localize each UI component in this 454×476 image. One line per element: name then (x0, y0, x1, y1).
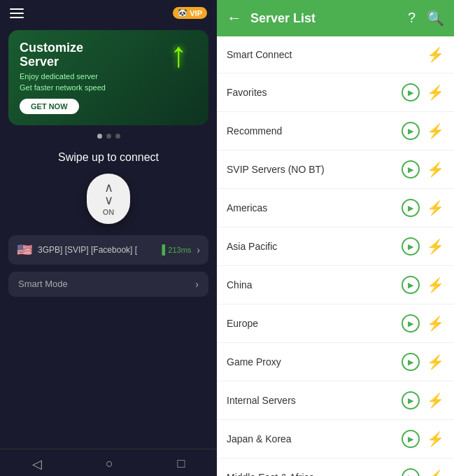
server-item-name: Favorites (227, 87, 402, 98)
bolt-icon[interactable]: ⚡ (427, 354, 444, 370)
customize-server-banner[interactable]: ↑ CustomizeServer Enjoy dedicated server… (8, 30, 208, 125)
toggle-label: ON (103, 208, 115, 216)
search-icon[interactable]: 🔍 (427, 10, 444, 27)
list-item[interactable]: Japan & Korea▶⚡ (217, 420, 454, 458)
play-icon[interactable]: ▶ (402, 430, 420, 448)
bolt-icon[interactable]: ⚡ (427, 469, 444, 476)
back-button[interactable]: ← (227, 9, 242, 27)
play-icon[interactable]: ▶ (402, 237, 420, 255)
list-item[interactable]: Favorites▶⚡ (217, 74, 454, 112)
server-item-icons: ▶⚡ (402, 237, 444, 255)
server-item-icons: ▶⚡ (402, 160, 444, 178)
list-item[interactable]: Europe▶⚡ (217, 304, 454, 343)
signal-bars-icon: ▐ (159, 244, 165, 255)
list-item[interactable]: Americas▶⚡ (217, 189, 454, 227)
server-item-icons: ▶⚡ (402, 391, 444, 410)
list-item[interactable]: Smart Connect⚡ (217, 36, 454, 74)
dot-3 (115, 134, 120, 139)
play-icon[interactable]: ▶ (402, 391, 420, 410)
left-nav-back-icon[interactable]: ◁ (32, 456, 42, 472)
toggle-chevrons-icon: ∧∨ (104, 181, 113, 206)
server-item-name: SVIP Servers (NO BT) (227, 164, 402, 175)
right-wrapper: Smart Connect⚡Favorites▶⚡Recommend▶⚡SVIP… (217, 36, 454, 476)
dot-2 (106, 134, 111, 139)
server-item-name: Japan & Korea (227, 433, 402, 444)
server-item-icons: ▶⚡ (402, 83, 444, 102)
list-item[interactable]: Middle East & Africa▶⚡ (217, 458, 454, 476)
server-item-icons: ▶⚡ (402, 468, 444, 476)
server-list-title: Server List (250, 11, 399, 26)
server-item-icons: ▶⚡ (402, 314, 444, 332)
get-now-button[interactable]: GET NOW (20, 99, 79, 114)
server-item-name: Internal Servers (227, 395, 402, 406)
server-chevron-icon: › (197, 244, 200, 255)
connect-toggle[interactable]: ∧∨ ON (87, 174, 130, 224)
bolt-icon[interactable]: ⚡ (427, 238, 444, 255)
bolt-icon[interactable]: ⚡ (427, 200, 444, 216)
server-item-name: Recommend (227, 125, 402, 136)
right-header: ← Server List ? 🔍 (217, 0, 454, 36)
server-name: 3GPB] [SVIP] [Facebook] [ (38, 245, 153, 255)
bolt-icon[interactable]: ⚡ (427, 430, 444, 447)
list-item[interactable]: China▶⚡ (217, 266, 454, 304)
list-item[interactable]: Recommend▶⚡ (217, 112, 454, 150)
top-bar: 🐼 VIP (0, 0, 217, 26)
server-item-name: Game Proxy (227, 356, 402, 368)
banner-sub1: Enjoy dedicated server (20, 72, 197, 80)
server-item-name: Middle East & Africa (227, 472, 402, 476)
dot-1 (97, 134, 102, 139)
play-icon[interactable]: ▶ (402, 314, 420, 332)
left-nav-recent-icon[interactable]: □ (177, 456, 185, 472)
mode-label: Smart Mode (18, 279, 68, 289)
play-icon[interactable]: ▶ (402, 276, 420, 294)
server-item-name: China (227, 279, 402, 290)
swipe-text: Swipe up to connect (0, 151, 217, 164)
play-icon[interactable]: ▶ (402, 122, 420, 140)
bolt-icon[interactable]: ⚡ (427, 161, 444, 178)
server-selector[interactable]: 🇺🇸 3GPB] [SVIP] [Facebook] [ ▐ 213ms › (8, 235, 208, 265)
left-bottom-nav: ◁ ○ □ (0, 449, 217, 476)
server-item-icons: ▶⚡ (402, 353, 444, 371)
server-item-name: Americas (227, 202, 402, 214)
list-item[interactable]: Game Proxy▶⚡ (217, 343, 454, 382)
banner-dots (0, 134, 217, 139)
left-nav-home-icon[interactable]: ○ (106, 456, 113, 472)
bolt-icon[interactable]: ⚡ (427, 46, 444, 63)
play-icon[interactable]: ▶ (402, 199, 420, 217)
list-item[interactable]: Asia Pacific▶⚡ (217, 227, 454, 266)
server-item-icons: ▶⚡ (402, 276, 444, 294)
play-icon[interactable]: ▶ (402, 353, 420, 371)
bolt-icon[interactable]: ⚡ (427, 392, 444, 409)
server-list: Smart Connect⚡Favorites▶⚡Recommend▶⚡SVIP… (217, 36, 454, 476)
server-signal: ▐ 213ms (159, 244, 191, 255)
server-item-icons: ▶⚡ (402, 430, 444, 448)
server-item-icons: ▶⚡ (402, 122, 444, 140)
play-icon[interactable]: ▶ (402, 160, 420, 178)
bolt-icon[interactable]: ⚡ (427, 122, 444, 139)
help-icon[interactable]: ? (408, 10, 416, 27)
header-icons: ? 🔍 (408, 10, 444, 27)
play-icon[interactable]: ▶ (402, 468, 420, 476)
server-item-icons: ▶⚡ (402, 199, 444, 217)
list-item[interactable]: SVIP Servers (NO BT)▶⚡ (217, 150, 454, 189)
play-icon[interactable]: ▶ (402, 83, 420, 102)
server-flag-icon: 🇺🇸 (17, 242, 32, 258)
server-item-name: Smart Connect (227, 49, 427, 60)
bolt-icon[interactable]: ⚡ (427, 84, 444, 101)
hamburger-menu[interactable] (10, 8, 24, 18)
banner-title: CustomizeServer (20, 41, 197, 69)
right-panel: ← Server List ? 🔍 Smart Connect⚡Favorite… (217, 0, 454, 476)
server-item-icons: ⚡ (427, 46, 444, 63)
toggle-area: ∧∨ ON (0, 174, 217, 224)
left-panel: 🐼 VIP ↑ CustomizeServer Enjoy dedicated … (0, 0, 217, 476)
vip-badge[interactable]: 🐼 VIP (173, 7, 207, 19)
banner-sub2: Get faster network speed (20, 83, 197, 92)
mode-chevron-icon: › (195, 279, 199, 290)
bolt-icon[interactable]: ⚡ (427, 315, 444, 332)
smart-mode-selector[interactable]: Smart Mode › (8, 272, 208, 297)
bolt-icon[interactable]: ⚡ (427, 276, 444, 293)
server-item-name: Europe (227, 318, 402, 329)
server-latency: 213ms (168, 246, 191, 254)
server-item-name: Asia Pacific (227, 241, 402, 252)
list-item[interactable]: Internal Servers▶⚡ (217, 382, 454, 420)
